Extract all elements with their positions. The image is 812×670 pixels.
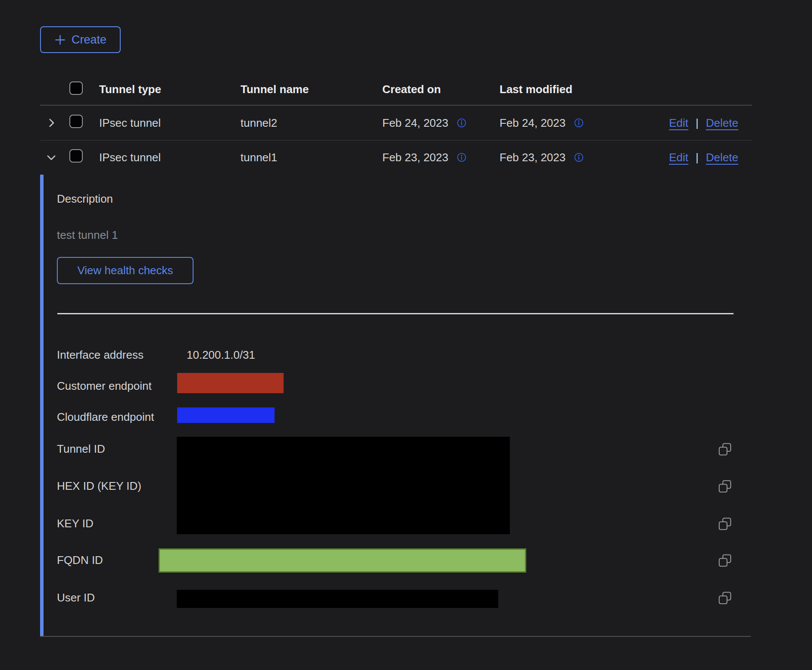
- row-checkbox[interactable]: [69, 149, 83, 163]
- customer-endpoint-label: Customer endpoint: [57, 379, 152, 393]
- copy-icon: [718, 591, 732, 605]
- cloudflare-endpoint-label: Cloudflare endpoint: [57, 410, 154, 424]
- copy-tunnel-id-button[interactable]: [717, 441, 733, 457]
- last-modified-value: Feb 23, 2023: [500, 151, 565, 164]
- table-row-tunnel2: IPsec tunnel tunnel2 Feb 24, 2023 Feb 24…: [40, 106, 752, 141]
- edit-link[interactable]: Edit: [669, 116, 688, 130]
- copy-fqdn-id-button[interactable]: [717, 553, 733, 568]
- tunnel-name-cell: tunnel1: [240, 151, 382, 164]
- copy-icon: [718, 442, 732, 457]
- interface-address-value: 10.200.1.0/31: [187, 348, 255, 362]
- tunnel-details-panel: Description test tunnel 1 View health ch…: [40, 174, 752, 637]
- copy-user-id-button[interactable]: [717, 590, 733, 606]
- tunnel-id-label: Tunnel ID: [57, 442, 105, 456]
- create-button-label: Create: [72, 33, 106, 47]
- info-icon[interactable]: [457, 118, 466, 128]
- header-last-modified: Last modified: [500, 83, 664, 96]
- info-icon[interactable]: [574, 118, 584, 128]
- copy-icon: [718, 517, 732, 531]
- fqdn-id-redacted-value: [159, 548, 526, 573]
- key-id-label: KEY ID: [57, 517, 94, 530]
- panel-bottom-divider: [40, 636, 751, 637]
- select-all-checkbox[interactable]: [69, 81, 83, 95]
- description-label: Description: [57, 192, 113, 206]
- info-icon[interactable]: [574, 153, 584, 162]
- description-value: test tunnel 1: [57, 229, 118, 242]
- table-header-row: Tunnel type Tunnel name Created on Last …: [40, 65, 752, 106]
- header-created-on: Created on: [382, 83, 500, 96]
- fqdn-id-label: FQDN ID: [57, 554, 103, 567]
- copy-icon: [718, 553, 732, 568]
- info-icon[interactable]: [457, 153, 466, 162]
- view-health-checks-button[interactable]: View health checks: [57, 257, 194, 284]
- tunnels-page: Create Tunnel type Tunnel name Created o…: [0, 0, 812, 670]
- tunnel-type-cell: IPsec tunnel: [99, 116, 240, 130]
- table-row-tunnel1: IPsec tunnel tunnel1 Feb 23, 2023 Feb 23…: [40, 141, 752, 174]
- cloudflare-endpoint-redacted-value: [177, 407, 275, 423]
- delete-link[interactable]: Delete: [706, 151, 738, 164]
- edit-link[interactable]: Edit: [669, 151, 688, 164]
- collapse-row-button[interactable]: [44, 150, 59, 165]
- hex-id-label: HEX ID (KEY ID): [57, 479, 141, 493]
- expand-row-button[interactable]: [44, 115, 59, 131]
- user-id-label: User ID: [57, 591, 95, 604]
- tunnel-type-cell: IPsec tunnel: [99, 151, 240, 164]
- copy-key-id-button[interactable]: [717, 516, 733, 532]
- created-on-value: Feb 23, 2023: [382, 151, 448, 164]
- ids-redacted-value-block: [177, 437, 510, 534]
- section-divider: [57, 313, 734, 314]
- customer-endpoint-redacted-value: [177, 373, 284, 393]
- interface-address-label: Interface address: [57, 348, 144, 362]
- chevron-down-icon: [46, 152, 56, 163]
- header-tunnel-name: Tunnel name: [240, 83, 382, 96]
- chevron-right-icon: [46, 118, 56, 128]
- header-tunnel-type: Tunnel type: [99, 83, 240, 96]
- actions-separator: |: [696, 116, 699, 130]
- row-checkbox[interactable]: [69, 115, 83, 128]
- actions-separator: |: [696, 151, 699, 164]
- last-modified-value: Feb 24, 2023: [500, 116, 565, 130]
- created-on-value: Feb 24, 2023: [382, 116, 448, 130]
- tunnels-table: Tunnel type Tunnel name Created on Last …: [40, 65, 752, 174]
- copy-hex-id-button[interactable]: [717, 479, 733, 494]
- copy-icon: [718, 479, 732, 494]
- delete-link[interactable]: Delete: [706, 116, 738, 130]
- tunnel-name-cell: tunnel2: [240, 116, 382, 130]
- create-button[interactable]: Create: [40, 26, 121, 53]
- plus-icon: [54, 34, 66, 46]
- expanded-row-indicator-bar: [40, 175, 44, 636]
- user-id-redacted-value: [177, 590, 498, 608]
